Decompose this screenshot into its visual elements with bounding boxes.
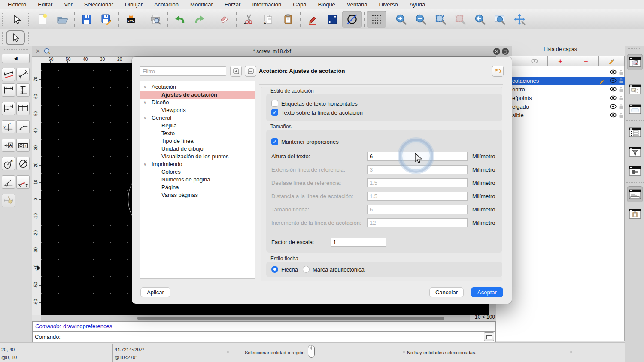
dim-tolerance-button[interactable]: .1 <box>16 139 30 152</box>
menu-bloque[interactable]: Bloque <box>318 1 335 8</box>
tree-item-unidad-de-dibujo[interactable]: Unidad de dibujo <box>140 145 255 153</box>
toolbar-handle[interactable] <box>28 13 31 26</box>
layer-visible-eye-icon[interactable] <box>610 95 617 102</box>
copy-icon[interactable]: + <box>258 11 278 28</box>
command-input[interactable] <box>63 333 484 341</box>
dim-continue-button[interactable] <box>16 102 30 115</box>
command-window-button[interactable] <box>484 332 494 341</box>
draw-pencil-icon[interactable] <box>303 11 322 28</box>
scrollbar-thumb[interactable] <box>137 317 444 320</box>
tree-item-general[interactable]: ∨General <box>140 114 255 122</box>
layer-list-window-icon[interactable] <box>627 54 643 70</box>
menu-acotacion[interactable]: Acotación <box>154 1 179 8</box>
zoom-pan-icon[interactable] <box>510 11 529 28</box>
zoom-selected-icon[interactable] <box>450 11 470 28</box>
delete-eraser-icon[interactable] <box>214 11 234 28</box>
collapse-all-button[interactable] <box>245 66 256 77</box>
menu-diverso[interactable]: Diverso <box>379 1 398 8</box>
menu-forzar[interactable]: Forzar <box>225 1 241 8</box>
cut-icon[interactable]: + <box>239 11 258 28</box>
command-window-icon[interactable] <box>627 186 643 202</box>
plugin-window-icon[interactable] <box>627 163 643 179</box>
checkbox-checked[interactable]: ✓ <box>271 109 278 116</box>
dimension-gap-input[interactable] <box>367 192 468 201</box>
entity-list-window-icon[interactable] <box>627 124 643 141</box>
layer-row[interactable]: sible <box>496 111 625 120</box>
layer-lock-icon[interactable] <box>619 95 623 102</box>
layer-lock-icon[interactable] <box>619 69 623 76</box>
redo-icon[interactable] <box>190 11 210 28</box>
tree-item-ajustes-de-acotacion[interactable]: Ajustes de acotación <box>140 91 255 99</box>
checkbox-row-keep-proportions[interactable]: ✓ Mantener proporciones <box>271 138 339 145</box>
arrow-size-input[interactable] <box>367 205 468 214</box>
tab-title[interactable]: * screw_m18.dxf <box>32 48 512 54</box>
zoom-out-icon[interactable] <box>411 11 431 28</box>
save-icon[interactable] <box>77 11 97 28</box>
layer-row[interactable]: entro <box>496 85 625 94</box>
dim-broom-button[interactable] <box>2 194 15 207</box>
layer-row[interactable]: efpoints <box>496 94 625 103</box>
radio-row-flecha[interactable]: Flecha <box>271 266 298 273</box>
tree-item-rejilla[interactable]: Rejilla <box>140 122 255 130</box>
zoom-in-icon[interactable] <box>391 11 411 28</box>
tree-item-pagina[interactable]: Página <box>140 184 255 191</box>
layer-visible-eye-icon[interactable] <box>610 87 617 93</box>
menu-editar[interactable]: Editar <box>38 1 52 8</box>
layer-row[interactable]: elgado <box>496 103 625 111</box>
layer-lock-icon[interactable] <box>619 104 623 111</box>
checkbox-row-horizontal-labels[interactable]: Etiquetas de texto horizontales <box>271 100 358 107</box>
dimension-line-increment-input[interactable] <box>367 218 468 227</box>
radio-unselected[interactable] <box>303 266 310 273</box>
layer-visible-eye-icon[interactable] <box>610 104 617 110</box>
paste-icon[interactable] <box>278 11 298 28</box>
tree-item-visualizacion-puntos[interactable]: Visualización de los puntos <box>140 153 255 160</box>
menu-dibujar[interactable]: Dibujar <box>125 1 143 8</box>
tree-item-numeros-de-pagina[interactable]: Números de página <box>140 176 255 184</box>
svg-export-icon[interactable]: SVG <box>121 11 141 28</box>
dim-vertical-button[interactable] <box>16 83 30 97</box>
menu-ver[interactable]: Ver <box>64 1 73 8</box>
layer-row[interactable] <box>496 68 625 77</box>
scale-factor-input[interactable] <box>331 238 386 247</box>
grid-toggle-icon[interactable] <box>367 11 386 28</box>
tree-item-colores[interactable]: Colores <box>140 168 255 176</box>
new-file-icon[interactable] <box>33 11 52 28</box>
checkbox-unchecked[interactable] <box>271 100 278 107</box>
accept-button[interactable]: Aceptar <box>471 287 503 297</box>
tree-item-texto[interactable]: Texto <box>140 130 255 137</box>
apply-button[interactable]: Aplicar <box>140 287 170 297</box>
expand-all-button[interactable] <box>230 66 242 77</box>
menu-capa[interactable]: Capa <box>293 1 306 8</box>
dim-radial-button[interactable]: R <box>2 157 15 170</box>
block-list-window-icon[interactable] <box>627 81 643 98</box>
menu-ventana[interactable]: Ventana <box>347 1 368 8</box>
radio-selected[interactable] <box>271 266 278 273</box>
circle-slash-icon[interactable] <box>342 11 362 28</box>
zoom-previous-icon[interactable] <box>470 11 490 28</box>
restore-defaults-button[interactable] <box>492 66 504 77</box>
select-arrow-icon[interactable] <box>6 11 26 28</box>
dim-linear-button[interactable] <box>16 68 30 81</box>
clipboard-window-icon[interactable] <box>627 206 643 222</box>
layer-edit-pencil-icon[interactable] <box>599 78 605 85</box>
zoom-window-icon[interactable] <box>490 11 510 28</box>
select-tool-button[interactable] <box>6 30 25 45</box>
undo-icon[interactable] <box>170 11 190 28</box>
layer-visible-eye-icon[interactable] <box>610 112 617 119</box>
open-file-icon[interactable] <box>52 11 72 28</box>
dim-ordinate-button[interactable]: xy <box>2 120 15 133</box>
toolbar-handle[interactable] <box>2 13 5 26</box>
toggle-visibility-eye-icon[interactable] <box>522 56 548 66</box>
layer-row-selected[interactable]: cotaciones <box>496 77 625 85</box>
tree-item-diseno[interactable]: ∨Diseño <box>140 99 255 106</box>
menu-fichero[interactable]: Fichero <box>8 1 26 8</box>
tree-filter-input[interactable] <box>140 66 226 76</box>
menu-modificar[interactable]: Modificar <box>190 1 213 8</box>
layer-visible-eye-icon[interactable] <box>610 69 617 76</box>
layer-lock-icon[interactable] <box>619 87 623 94</box>
dim-aligned-button[interactable] <box>2 68 15 81</box>
cancel-button[interactable]: Cancelar <box>429 287 464 297</box>
dim-diametric-button[interactable] <box>16 157 30 170</box>
tree-item-acotacion[interactable]: ∨Acotación <box>140 83 255 91</box>
remove-layer-minus-icon[interactable]: − <box>573 56 599 66</box>
